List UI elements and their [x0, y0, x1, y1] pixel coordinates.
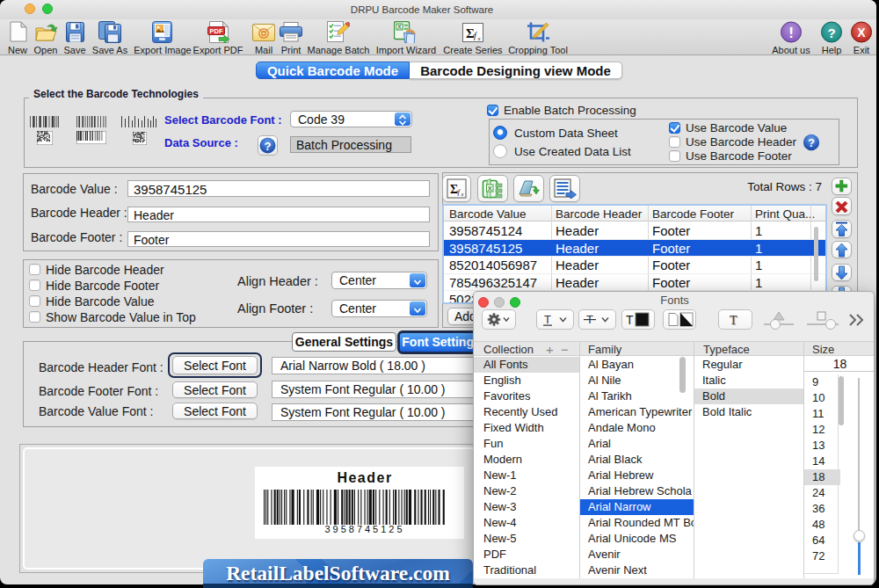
svg-text:X: X [397, 24, 402, 30]
svg-text:T: T [626, 313, 634, 327]
svg-text:T: T [730, 314, 737, 327]
svg-text:PDF: PDF [210, 27, 223, 35]
svg-text:X: X [857, 25, 866, 40]
svg-text:!: ! [788, 25, 794, 41]
svg-text:X: X [488, 185, 492, 192]
svg-text:?: ? [808, 136, 815, 149]
svg-text:?: ? [827, 25, 835, 40]
svg-text:x: x [461, 191, 464, 197]
svg-text:?: ? [265, 140, 272, 153]
svg-text:T: T [544, 313, 551, 326]
